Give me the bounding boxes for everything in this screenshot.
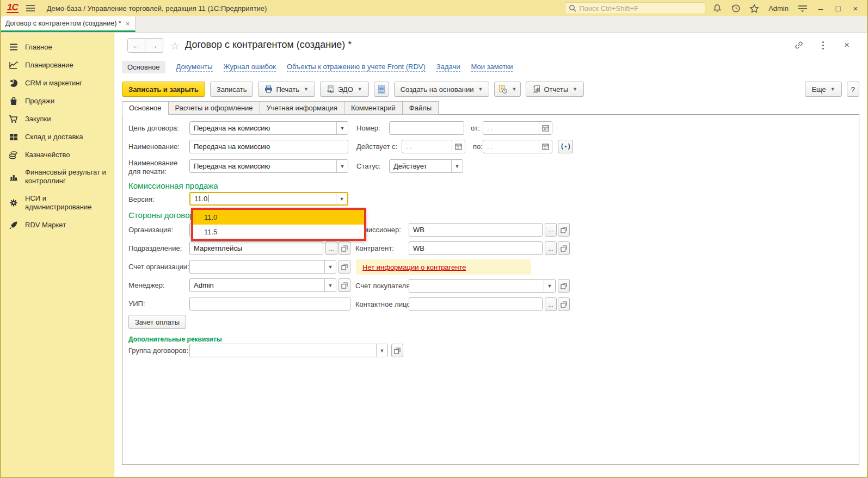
counterparty-select-button[interactable]: ... [545,241,557,255]
sidebar-item-main[interactable]: Главное [1,38,114,56]
commissioner-select-button[interactable]: ... [545,223,557,237]
edo-button[interactable]: ЭДО▼ [320,82,369,97]
favorite-star-icon[interactable]: ☆ [170,40,180,52]
reports-button[interactable]: Отчеты▼ [526,82,584,97]
window-close-button[interactable]: × [849,4,861,13]
contact-person-select-button[interactable]: ... [545,297,557,311]
goal-field[interactable]: Передача на комиссию▼ [189,121,348,135]
chevron-down-icon[interactable]: ▼ [451,160,463,172]
contact-person-open-button[interactable] [558,297,570,311]
valid-from-field[interactable]: . . [402,140,465,153]
contract-group-field[interactable]: ▼ [189,344,388,357]
save-button[interactable]: Записать [210,82,254,97]
create-based-on-button[interactable]: Создать на основании▼ [394,82,490,97]
tab-files[interactable]: Файлы [402,101,439,115]
division-select-button[interactable]: ... [325,241,337,255]
buyer-account-open-button[interactable] [558,279,570,293]
number-field[interactable] [389,121,464,135]
page-title: Договор с контрагентом (создание) * [185,39,352,51]
from-date-field[interactable]: . . [483,121,552,135]
no-counterparty-info-link[interactable]: Нет информации о контрагенте [362,263,466,271]
org-account-field[interactable]: ▼ [189,260,336,274]
more-button[interactable]: Еще▼ [805,82,841,97]
tab-comment[interactable]: Комментарий [344,101,402,115]
tab-main[interactable]: Основное [122,101,168,115]
manager-open-button[interactable] [338,278,350,292]
form-close-icon[interactable]: × [842,40,852,50]
notifications-bell-icon[interactable] [711,2,724,15]
sidebar-item-rdv-market[interactable]: RDV Маркет [1,216,114,234]
buyer-account-field[interactable]: ▼ [409,279,556,293]
tab-accounting-info[interactable]: Учетная информация [260,101,344,115]
sidebar-item-finance[interactable]: Финансовый результат и контроллинг [1,164,114,190]
navlink-error-log[interactable]: Журнал ошибок [224,63,276,72]
chevron-down-icon[interactable]: ▼ [324,260,336,273]
current-user[interactable]: Admin [768,4,789,13]
calendar-icon[interactable] [539,140,552,153]
chevron-down-icon[interactable]: ▼ [324,279,336,291]
more-kebab-icon[interactable] [818,40,828,50]
print-button[interactable]: Печать▼ [258,82,315,97]
chevron-down-icon[interactable]: ▼ [376,344,387,357]
chevron-down-icon[interactable]: ▼ [336,122,348,134]
commissioner-field[interactable]: WB [409,223,543,237]
manager-label: Менеджер: [128,281,165,289]
status-field[interactable]: Действует▼ [389,159,463,173]
print-name-field[interactable]: Передача на комиссию▼ [189,159,348,173]
division-field[interactable]: Маркетплейсы [189,241,323,255]
version-option-11-5[interactable]: 11.5 [193,225,364,239]
doc-schedule-button[interactable]: ▼ [494,82,521,97]
counterparty-open-button[interactable] [558,241,570,255]
sidebar-item-warehouse[interactable]: Склад и доставка [1,128,114,146]
history-clock-icon[interactable] [729,2,742,15]
service-menu-icon[interactable] [796,2,809,15]
contact-person-field[interactable] [409,297,543,311]
org-account-open-button[interactable] [338,260,350,274]
navlink-front-rdv-objects[interactable]: Объекты к отражению в учете Front (RDV) [287,63,426,72]
version-option-11-0[interactable]: 11.0 [193,210,364,225]
sidebar-item-purchases[interactable]: Закупки [1,110,114,128]
navlink-main[interactable]: Основное [122,61,165,73]
commissioner-open-button[interactable] [558,223,570,237]
link-icon[interactable] [794,40,804,50]
forward-arrow-button[interactable]: → [145,38,163,53]
sidebar-item-sales[interactable]: Продажи [1,92,114,110]
navlink-tasks[interactable]: Задачи [436,63,460,72]
calendar-icon[interactable] [539,122,552,134]
help-button[interactable]: ? [847,82,859,97]
sidebar-item-crm[interactable]: CRM и маркетинг [1,74,114,92]
uip-field[interactable] [189,297,350,311]
tab-close-icon[interactable]: × [126,20,130,28]
sidebar-item-admin[interactable]: НСИ и администрирование [1,190,114,216]
search-input[interactable] [579,4,701,13]
report-chart-icon [532,85,540,94]
back-arrow-button[interactable]: ← [127,38,145,53]
broadcast-period-button[interactable] [558,140,573,153]
main-menu-icon[interactable] [24,2,37,15]
payment-offset-button[interactable]: Зачет оплаты [128,315,186,329]
navlink-my-notes[interactable]: Мои заметки [471,63,513,72]
window-tab-contract[interactable]: Договор с контрагентом (создание) * × [1,16,136,32]
structure-list-button[interactable] [374,82,389,97]
window-maximize-button[interactable]: □ [832,4,844,13]
purchases-cart-icon [9,114,18,123]
calendar-icon[interactable] [452,140,465,153]
chevron-down-icon[interactable]: ▼ [336,193,347,204]
sidebar-item-planning[interactable]: Планирование [1,56,114,74]
version-field[interactable]: 11.0 ▼ [189,192,348,206]
window-minimize-button[interactable]: – [815,4,827,13]
chevron-down-icon[interactable]: ▼ [544,280,555,292]
manager-field[interactable]: Admin▼ [189,278,336,292]
favorites-star-icon[interactable] [748,2,761,15]
sidebar-item-treasury[interactable]: Казначейство [1,146,114,164]
name-field[interactable]: Передача на комиссию [189,140,348,153]
counterparty-field[interactable]: WB [409,241,543,255]
global-search[interactable] [565,2,705,14]
save-and-close-button[interactable]: Записать и закрыть [122,82,205,97]
division-open-button[interactable] [338,241,350,255]
tab-calculations[interactable]: Расчеты и оформление [168,101,260,115]
navlink-documents[interactable]: Документы [176,63,213,72]
contract-group-open-button[interactable] [391,344,403,357]
chevron-down-icon[interactable]: ▼ [336,160,348,172]
valid-to-field[interactable]: . . [483,140,552,153]
